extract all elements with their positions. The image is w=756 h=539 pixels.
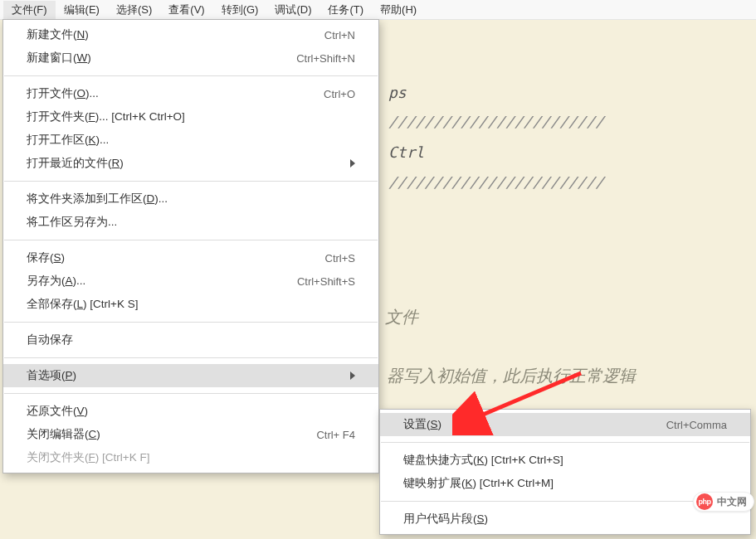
file-menu-dropdown: 新建文件(N) Ctrl+N 新建窗口(W) Ctrl+Shift+N 打开文件… <box>2 19 379 473</box>
editor-text: ps <box>388 76 407 109</box>
menu-item-keymap-extensions[interactable]: 键映射扩展(K) [Ctrl+K Ctrl+M] <box>380 472 750 495</box>
watermark-text: 中文网 <box>717 495 747 509</box>
menu-item-label: 关闭文件夹(F) [Ctrl+K F] <box>27 450 355 465</box>
menu-item-label: 键映射扩展(K) [Ctrl+K Ctrl+M] <box>403 476 727 491</box>
menu-item-shortcut: Ctrl+N <box>324 29 355 41</box>
menu-item-label: 首选项(P) <box>27 368 344 383</box>
menu-item-new-window[interactable]: 新建窗口(W) Ctrl+Shift+N <box>3 46 378 70</box>
menu-item-settings[interactable]: 设置(S) Ctrl+Comma <box>380 413 750 436</box>
menu-item-label: 保存(S) <box>27 250 325 265</box>
menu-view[interactable]: 查看(V) <box>160 1 212 19</box>
editor-text: //////////////////////// <box>388 105 604 138</box>
menu-file[interactable]: 文件(F) <box>3 1 56 19</box>
menu-item-preferences[interactable]: 首选项(P) <box>3 364 378 387</box>
menubar: 文件(F) 编辑(E) 选择(S) 查看(V) 转到(G) 调试(D) 任务(T… <box>0 0 756 20</box>
menu-item-label: 将工作区另存为... <box>27 215 355 230</box>
menu-item-user-snippets[interactable]: 用户代码片段(S) <box>380 507 750 531</box>
menu-item-open-folder[interactable]: 打开文件夹(F)... [Ctrl+K Ctrl+O] <box>3 105 378 129</box>
menu-help[interactable]: 帮助(H) <box>372 1 425 19</box>
menu-item-revert[interactable]: 还原文件(V) <box>3 400 378 423</box>
menu-item-label: 全部保存(L) [Ctrl+K S] <box>27 297 355 312</box>
menu-item-add-folder-workspace[interactable]: 将文件夹添加到工作区(D)... <box>3 187 378 211</box>
menu-item-label: 自动保存 <box>27 333 355 347</box>
menu-item-shortcut: Ctrl+O <box>324 88 355 100</box>
chevron-right-icon <box>350 158 355 170</box>
menu-edit[interactable]: 编辑(E) <box>56 1 108 19</box>
menu-item-label: 关闭编辑器(C) <box>27 427 316 442</box>
menu-item-shortcut: Ctrl+Shift+N <box>296 52 355 65</box>
menu-item-keyboard-shortcuts[interactable]: 键盘快捷方式(K) [Ctrl+K Ctrl+S] <box>380 449 750 472</box>
menu-item-save-as[interactable]: 另存为(A)... Ctrl+Shift+S <box>3 270 378 293</box>
menu-item-shortcut: Ctrl+ F4 <box>316 429 355 441</box>
menu-item-label: 用户代码片段(S) <box>403 512 727 527</box>
menu-separator <box>4 393 378 394</box>
menu-item-label: 打开最近的文件(R) <box>27 156 344 171</box>
menu-item-shortcut: Ctrl+Shift+S <box>297 275 355 288</box>
menu-separator <box>381 442 749 443</box>
menu-item-label: 将文件夹添加到工作区(D)... <box>27 192 355 206</box>
editor-text: 器写入初始值，此后执行正常逻辑 <box>387 357 636 394</box>
menu-separator <box>4 181 378 182</box>
menu-separator <box>4 322 378 323</box>
menu-item-shortcut: Ctrl+Comma <box>666 419 727 431</box>
chevron-right-icon <box>350 370 355 382</box>
menu-item-open-recent[interactable]: 打开最近的文件(R) <box>3 152 378 175</box>
php-logo-icon: php <box>696 493 713 510</box>
menu-item-label: 另存为(A)... <box>27 274 297 289</box>
editor-text: 文件 <box>385 299 418 335</box>
menu-item-shortcut: Ctrl+S <box>325 252 355 265</box>
preferences-submenu: 设置(S) Ctrl+Comma 键盘快捷方式(K) [Ctrl+K Ctrl+… <box>379 409 751 535</box>
menu-item-label: 打开文件夹(F)... [Ctrl+K Ctrl+O] <box>27 109 355 124</box>
editor-text: //////////////////////// <box>388 166 604 199</box>
menu-separator <box>4 240 378 240</box>
menu-item-auto-save[interactable]: 自动保存 <box>3 328 378 352</box>
menu-item-open-workspace[interactable]: 打开工作区(K)... <box>3 129 378 152</box>
menu-item-open-file[interactable]: 打开文件(O)... Ctrl+O <box>3 82 378 105</box>
menu-item-save-all[interactable]: 全部保存(L) [Ctrl+K S] <box>3 293 378 316</box>
menu-item-label: 键盘快捷方式(K) [Ctrl+K Ctrl+S] <box>403 453 727 468</box>
menu-debug[interactable]: 调试(D) <box>266 1 319 19</box>
menu-item-save-workspace-as[interactable]: 将工作区另存为... <box>3 211 378 234</box>
menu-item-label: 设置(S) <box>403 417 666 432</box>
menu-goto[interactable]: 转到(G) <box>213 1 267 19</box>
menu-item-label: 新建窗口(W) <box>27 51 296 66</box>
menu-item-label: 新建文件(N) <box>27 27 324 42</box>
menu-tasks[interactable]: 任务(T) <box>319 1 372 19</box>
watermark-badge: php 中文网 <box>693 492 754 512</box>
menu-separator <box>4 357 378 358</box>
menu-separator <box>4 75 378 76</box>
editor-text: Ctrl <box>388 136 424 169</box>
menu-item-label: 打开工作区(K)... <box>27 133 355 148</box>
menu-item-label: 打开文件(O)... <box>27 86 324 101</box>
menu-item-new-file[interactable]: 新建文件(N) Ctrl+N <box>3 23 378 46</box>
menu-item-save[interactable]: 保存(S) Ctrl+S <box>3 246 378 270</box>
menu-item-close-folder: 关闭文件夹(F) [Ctrl+K F] <box>3 446 378 469</box>
menu-item-label: 还原文件(V) <box>27 404 355 419</box>
menu-item-close-editor[interactable]: 关闭编辑器(C) Ctrl+ F4 <box>3 423 378 446</box>
menu-selection[interactable]: 选择(S) <box>108 1 160 19</box>
